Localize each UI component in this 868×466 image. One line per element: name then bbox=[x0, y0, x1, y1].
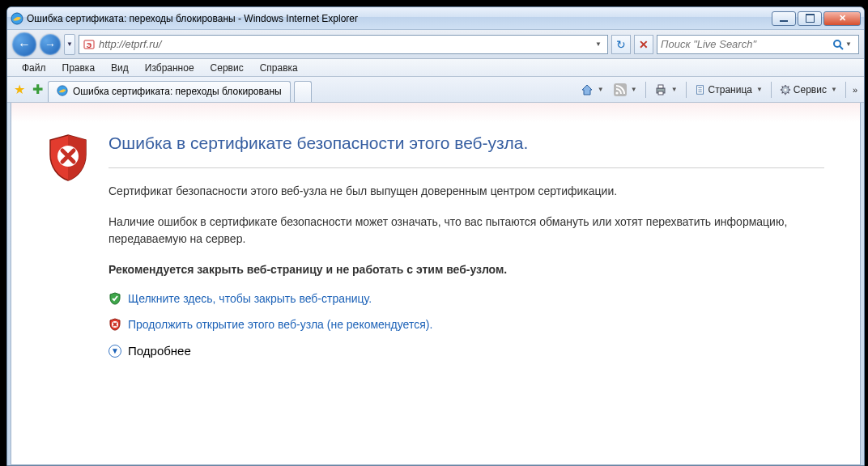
titlebar[interactable]: Ошибка сертификата: переходы блокированы… bbox=[7, 7, 864, 30]
chevron-down-icon: ▼ bbox=[596, 86, 604, 93]
navigation-bar: ← → ▼ Э ▼ ↻ ✕ ▼ bbox=[7, 30, 864, 59]
window: Ошибка сертификата: переходы блокированы… bbox=[6, 6, 865, 466]
shield-error-icon bbox=[47, 133, 89, 358]
recent-pages-dropdown[interactable]: ▼ bbox=[64, 34, 75, 55]
shield-ok-icon bbox=[108, 292, 121, 305]
divider bbox=[108, 167, 824, 168]
svg-rect-10 bbox=[658, 91, 663, 95]
error-heading: Ошибка в сертификате безопасности этого … bbox=[108, 133, 824, 167]
feeds-button[interactable]: ▼ bbox=[611, 80, 640, 100]
toolbar-overflow[interactable]: » bbox=[851, 80, 859, 100]
error-message-1: Сертификат безопасности этого веб-узла н… bbox=[108, 183, 824, 199]
forward-button[interactable]: → bbox=[40, 34, 61, 55]
ie-icon bbox=[11, 12, 23, 25]
page-menu-label: Страница bbox=[708, 84, 752, 95]
favorites-center-button[interactable]: ★ bbox=[12, 83, 27, 97]
new-tab-button[interactable] bbox=[294, 81, 312, 102]
shield-warn-icon bbox=[108, 318, 121, 331]
menu-favorites[interactable]: Избранное bbox=[137, 60, 202, 76]
error-gradient bbox=[11, 103, 860, 122]
search-go-button[interactable] bbox=[831, 37, 845, 52]
address-bar[interactable]: Э ▼ bbox=[79, 35, 608, 54]
page-menu[interactable]: Страница ▼ bbox=[691, 80, 766, 100]
ie-icon bbox=[57, 85, 68, 99]
back-button[interactable]: ← bbox=[12, 32, 36, 57]
more-info-link[interactable]: Подробнее bbox=[128, 344, 191, 358]
url-input[interactable] bbox=[99, 38, 589, 50]
svg-line-22 bbox=[788, 92, 789, 93]
address-dropdown[interactable]: ▼ bbox=[593, 40, 604, 48]
page-viewport: Ошибка в сертификате безопасности этого … bbox=[11, 103, 861, 465]
refresh-button[interactable]: ↻ bbox=[611, 35, 631, 54]
menu-view[interactable]: Вид bbox=[103, 60, 137, 76]
close-page-link[interactable]: Щелкните здесь, чтобы закрыть веб-страни… bbox=[128, 292, 372, 305]
tab-active[interactable]: Ошибка сертификата: переходы блокированы bbox=[48, 81, 291, 102]
menu-file[interactable]: Файл bbox=[14, 60, 54, 76]
svg-rect-9 bbox=[658, 85, 663, 88]
window-title: Ошибка сертификата: переходы блокированы… bbox=[27, 13, 770, 24]
svg-point-16 bbox=[784, 88, 786, 91]
menu-bar: Файл Правка Вид Избранное Сервис Справка bbox=[7, 59, 864, 77]
minimize-button[interactable] bbox=[772, 11, 796, 26]
tab-title: Ошибка сертификата: переходы блокированы bbox=[73, 86, 282, 97]
close-button[interactable] bbox=[823, 11, 861, 26]
svg-line-21 bbox=[781, 86, 782, 87]
maximize-button[interactable] bbox=[798, 11, 822, 26]
tools-menu[interactable]: Сервис ▼ bbox=[777, 80, 840, 100]
menu-edit[interactable]: Правка bbox=[54, 60, 104, 76]
search-input[interactable] bbox=[661, 38, 831, 50]
tools-menu-label: Сервис bbox=[794, 84, 827, 95]
continue-link[interactable]: Продолжить открытие этого веб-узла (не р… bbox=[128, 318, 432, 331]
menu-help[interactable]: Справка bbox=[252, 60, 306, 76]
svg-line-24 bbox=[788, 86, 789, 87]
svg-line-4 bbox=[840, 46, 843, 49]
search-provider-dropdown[interactable]: ▼ bbox=[845, 40, 855, 48]
menu-tools[interactable]: Сервис bbox=[202, 60, 252, 76]
home-button[interactable]: ▼ bbox=[577, 80, 607, 100]
svg-text:Э: Э bbox=[87, 41, 92, 49]
chevron-down-icon: ▼ bbox=[670, 86, 678, 93]
svg-rect-6 bbox=[614, 83, 627, 96]
command-bar: ★ ✚ Ошибка сертификата: переходы блокиро… bbox=[7, 77, 864, 103]
stop-button[interactable]: ✕ bbox=[634, 35, 653, 54]
svg-point-3 bbox=[834, 40, 840, 47]
svg-line-23 bbox=[781, 92, 782, 93]
search-bar[interactable]: ▼ bbox=[657, 35, 859, 54]
chevron-down-icon: ▼ bbox=[629, 86, 637, 93]
error-message-2: Наличие ошибок в сертификате безопасност… bbox=[108, 214, 824, 247]
error-recommendation: Рекомендуется закрыть веб-страницу и не … bbox=[108, 261, 824, 277]
chevron-down-icon: ▼ bbox=[755, 86, 763, 93]
site-icon: Э bbox=[83, 38, 96, 51]
svg-point-7 bbox=[615, 91, 618, 94]
chevron-down-icon: ▼ bbox=[829, 86, 837, 93]
add-favorite-button[interactable]: ✚ bbox=[30, 83, 45, 97]
print-button[interactable]: ▼ bbox=[651, 80, 681, 100]
expand-details-button[interactable]: ▼ bbox=[108, 345, 121, 358]
